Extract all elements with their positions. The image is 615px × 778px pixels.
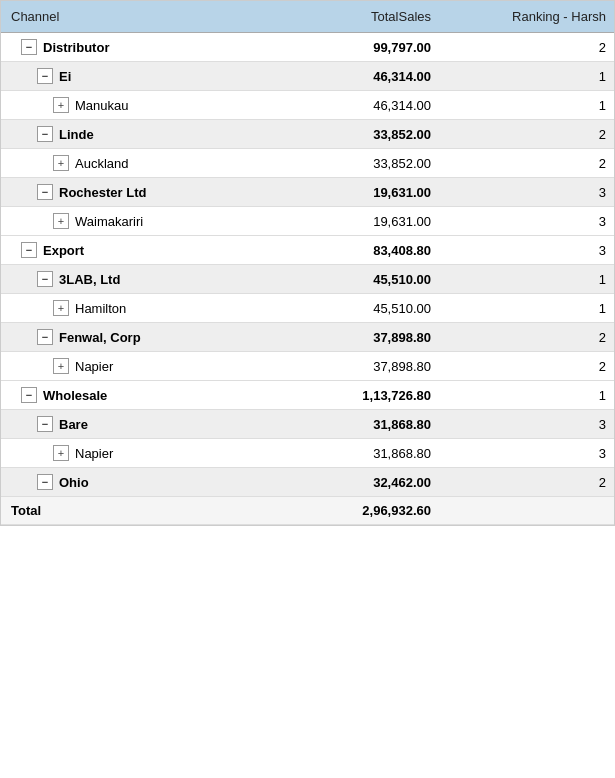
table-row[interactable]: − Distributor 99,797.00 2	[1, 33, 614, 62]
row-label: Manukau	[75, 98, 128, 113]
row-label: Bare	[59, 417, 88, 432]
row-ranking-cell: 1	[441, 381, 615, 409]
expand-icon[interactable]: +	[53, 445, 69, 461]
total-row: Total 2,96,932.60	[1, 497, 614, 525]
row-sales-cell: 33,852.00	[261, 149, 441, 177]
header-totalsales: TotalSales	[261, 1, 441, 32]
row-ranking-cell: 2	[441, 120, 615, 148]
row-channel-cell: − Wholesale	[1, 381, 261, 409]
row-sales-cell: 33,852.00	[261, 120, 441, 148]
row-ranking-cell: 1	[441, 294, 615, 322]
row-channel-cell: − 3LAB, Ltd	[1, 265, 261, 293]
collapse-icon[interactable]: −	[21, 387, 37, 403]
row-sales-cell: 31,868.80	[261, 410, 441, 438]
row-sales-cell: 45,510.00	[261, 265, 441, 293]
table-body: − Distributor 99,797.00 2 − Ei 46,314.00…	[1, 33, 614, 525]
row-label: Napier	[75, 446, 113, 461]
header-ranking: Ranking - Harsh	[441, 1, 615, 32]
row-channel-cell: + Waimakariri	[1, 207, 261, 235]
expand-icon[interactable]: +	[53, 155, 69, 171]
row-sales-cell: 1,13,726.80	[261, 381, 441, 409]
row-ranking-cell: 1	[441, 62, 615, 90]
table-row[interactable]: + Auckland 33,852.00 2	[1, 149, 614, 178]
table-row[interactable]: + Napier 31,868.80 3	[1, 439, 614, 468]
row-ranking-cell: 2	[441, 323, 615, 351]
row-channel-cell: + Auckland	[1, 149, 261, 177]
collapse-icon[interactable]: −	[37, 416, 53, 432]
row-ranking-cell: 2	[441, 468, 615, 496]
total-sales-cell: 2,96,932.60	[261, 497, 441, 524]
row-ranking-cell: 2	[441, 352, 615, 380]
row-channel-cell: − Rochester Ltd	[1, 178, 261, 206]
row-ranking-cell: 1	[441, 91, 615, 119]
row-label: Wholesale	[43, 388, 107, 403]
row-channel-cell: − Bare	[1, 410, 261, 438]
table-row[interactable]: + Hamilton 45,510.00 1	[1, 294, 614, 323]
table-row[interactable]: − 3LAB, Ltd 45,510.00 1	[1, 265, 614, 294]
table-row[interactable]: + Waimakariri 19,631.00 3	[1, 207, 614, 236]
row-sales-cell: 19,631.00	[261, 178, 441, 206]
row-label: Ei	[59, 69, 71, 84]
row-label: Ohio	[59, 475, 89, 490]
row-sales-cell: 37,898.80	[261, 323, 441, 351]
row-sales-cell: 45,510.00	[261, 294, 441, 322]
row-ranking-cell: 1	[441, 265, 615, 293]
collapse-icon[interactable]: −	[37, 329, 53, 345]
collapse-icon[interactable]: −	[37, 126, 53, 142]
table-header: Channel TotalSales Ranking - Harsh	[1, 1, 614, 33]
total-label: Total	[11, 503, 41, 518]
collapse-icon[interactable]: −	[37, 68, 53, 84]
row-ranking-cell: 2	[441, 149, 615, 177]
row-sales-cell: 19,631.00	[261, 207, 441, 235]
header-channel: Channel	[1, 1, 261, 32]
collapse-icon[interactable]: −	[21, 242, 37, 258]
table-row[interactable]: − Linde 33,852.00 2	[1, 120, 614, 149]
row-label: Waimakariri	[75, 214, 143, 229]
table-row[interactable]: − Ohio 32,462.00 2	[1, 468, 614, 497]
row-channel-cell: + Napier	[1, 439, 261, 467]
row-channel-cell: − Linde	[1, 120, 261, 148]
table-row[interactable]: − Export 83,408.80 3	[1, 236, 614, 265]
collapse-icon[interactable]: −	[37, 184, 53, 200]
table-row[interactable]: − Ei 46,314.00 1	[1, 62, 614, 91]
collapse-icon[interactable]: −	[37, 474, 53, 490]
expand-icon[interactable]: +	[53, 97, 69, 113]
table-row[interactable]: − Bare 31,868.80 3	[1, 410, 614, 439]
row-label: Auckland	[75, 156, 128, 171]
expand-icon[interactable]: +	[53, 300, 69, 316]
total-label-cell: Total	[1, 497, 261, 524]
table-row[interactable]: − Fenwal, Corp 37,898.80 2	[1, 323, 614, 352]
row-ranking-cell: 3	[441, 439, 615, 467]
total-ranking-cell	[441, 497, 615, 524]
row-ranking-cell: 3	[441, 178, 615, 206]
data-table: Channel TotalSales Ranking - Harsh − Dis…	[0, 0, 615, 526]
row-label: Fenwal, Corp	[59, 330, 141, 345]
row-ranking-cell: 3	[441, 236, 615, 264]
row-sales-cell: 99,797.00	[261, 33, 441, 61]
expand-icon[interactable]: +	[53, 213, 69, 229]
row-sales-cell: 46,314.00	[261, 62, 441, 90]
row-channel-cell: − Distributor	[1, 33, 261, 61]
row-channel-cell: − Fenwal, Corp	[1, 323, 261, 351]
row-label: Linde	[59, 127, 94, 142]
row-channel-cell: + Napier	[1, 352, 261, 380]
table-row[interactable]: + Napier 37,898.80 2	[1, 352, 614, 381]
table-row[interactable]: − Rochester Ltd 19,631.00 3	[1, 178, 614, 207]
row-label: Export	[43, 243, 84, 258]
table-row[interactable]: − Wholesale 1,13,726.80 1	[1, 381, 614, 410]
row-channel-cell: − Ohio	[1, 468, 261, 496]
row-channel-cell: + Manukau	[1, 91, 261, 119]
row-sales-cell: 32,462.00	[261, 468, 441, 496]
row-label: Napier	[75, 359, 113, 374]
expand-icon[interactable]: +	[53, 358, 69, 374]
table-row[interactable]: + Manukau 46,314.00 1	[1, 91, 614, 120]
row-sales-cell: 46,314.00	[261, 91, 441, 119]
collapse-icon[interactable]: −	[37, 271, 53, 287]
collapse-icon[interactable]: −	[21, 39, 37, 55]
row-label: Hamilton	[75, 301, 126, 316]
row-sales-cell: 31,868.80	[261, 439, 441, 467]
row-label: 3LAB, Ltd	[59, 272, 120, 287]
row-channel-cell: − Export	[1, 236, 261, 264]
row-sales-cell: 83,408.80	[261, 236, 441, 264]
row-ranking-cell: 2	[441, 33, 615, 61]
